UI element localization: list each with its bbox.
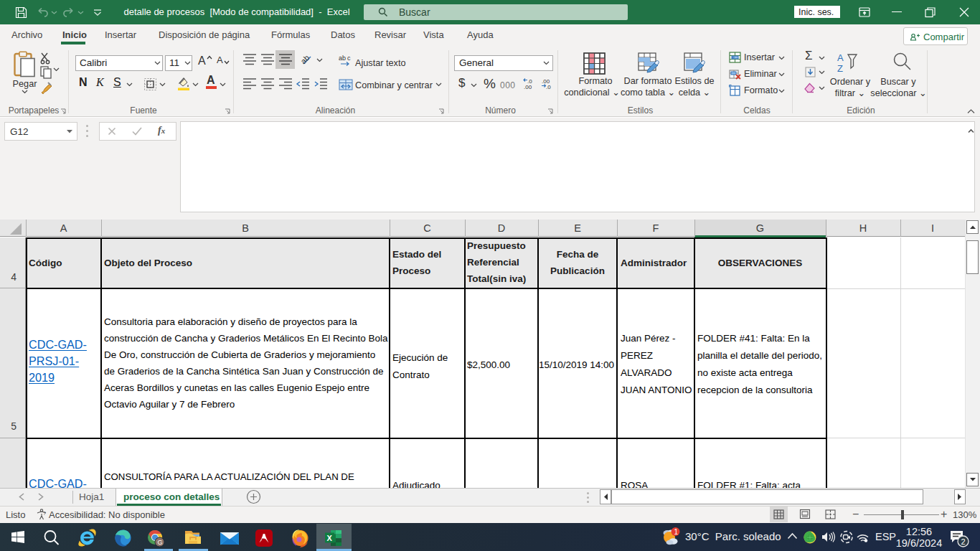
svg-text:ab: ab	[301, 53, 311, 65]
svg-text:?: ?	[43, 511, 46, 516]
svg-text:.00: .00	[524, 84, 532, 90]
svg-text:A: A	[837, 52, 844, 63]
svg-text:2: 2	[961, 537, 966, 546]
svg-text:1: 1	[674, 528, 679, 536]
svg-text:Z: Z	[837, 63, 843, 74]
svg-text:c: c	[347, 55, 351, 62]
svg-text:ab: ab	[339, 55, 346, 62]
svg-text:X: X	[327, 534, 333, 542]
svg-text:.0: .0	[546, 84, 551, 90]
svg-text:G: G	[158, 539, 163, 546]
